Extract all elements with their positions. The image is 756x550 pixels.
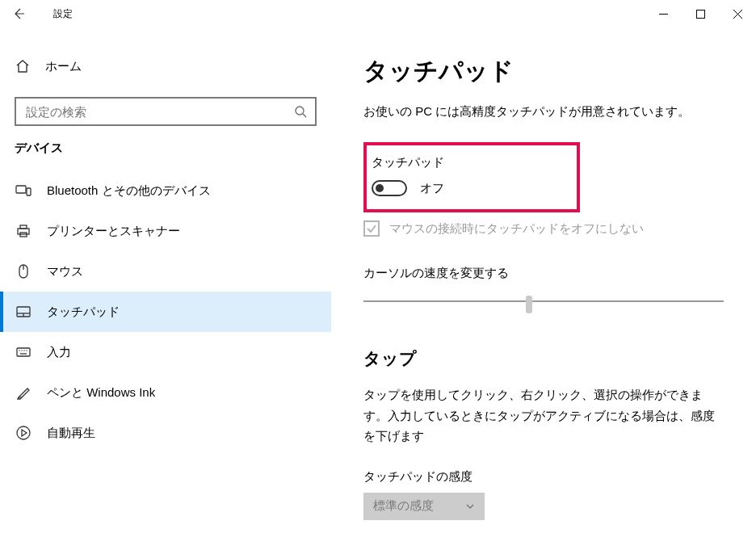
sidebar-item-label: タッチパッド <box>47 304 120 320</box>
svg-point-1 <box>296 107 304 115</box>
sidebar: ホーム デバイス Bluetooth とその他のデバイス プリンターとスキャナー… <box>0 27 331 550</box>
highlight-box: タッチパッド オフ <box>363 142 580 212</box>
leave-on-checkbox-row: マウスの接続時にタッチパッドをオフにしない <box>363 220 724 237</box>
touchpad-toggle[interactable] <box>372 180 407 196</box>
window-title: 設定 <box>53 7 73 21</box>
page-heading: タッチパッド <box>363 55 724 88</box>
devices-icon <box>15 183 32 199</box>
main-panel: タッチパッド お使いの PC には高精度タッチパッドが用意されています。 タッチ… <box>331 27 756 550</box>
check-icon <box>366 223 377 234</box>
sidebar-item-label: 入力 <box>47 345 71 360</box>
sidebar-item-label: マウス <box>47 264 83 279</box>
svg-point-13 <box>19 350 19 351</box>
sensitivity-label: タッチパッドの感度 <box>363 469 724 485</box>
sidebar-item-bluetooth[interactable]: Bluetooth とその他のデバイス <box>0 170 331 211</box>
sidebar-item-printers[interactable]: プリンターとスキャナー <box>0 211 331 251</box>
search-icon <box>294 105 307 118</box>
titlebar: 設定 <box>0 0 756 27</box>
home-nav[interactable]: ホーム <box>0 47 331 86</box>
svg-point-15 <box>23 350 24 351</box>
svg-point-14 <box>21 350 22 351</box>
back-button[interactable] <box>0 0 37 27</box>
cursor-speed-label: カーソルの速度を変更する <box>363 266 724 281</box>
search-field[interactable] <box>24 104 294 120</box>
printer-icon <box>15 223 32 239</box>
sidebar-item-typing[interactable]: 入力 <box>0 332 331 372</box>
home-label: ホーム <box>45 59 82 74</box>
sidebar-item-autoplay[interactable]: 自動再生 <box>0 413 331 453</box>
slider-track <box>363 300 724 302</box>
tap-description: タップを使用してクリック、右クリック、選択の操作ができます。入力しているときにタ… <box>363 384 724 447</box>
page-description: お使いの PC には高精度タッチパッドが用意されています。 <box>363 104 724 120</box>
sidebar-item-pen[interactable]: ペンと Windows Ink <box>0 372 331 413</box>
svg-point-16 <box>26 350 27 351</box>
checkbox-label: マウスの接続時にタッチパッドをオフにしない <box>389 221 644 237</box>
window-controls <box>645 0 756 27</box>
minimize-icon <box>659 10 668 19</box>
keyboard-icon <box>15 344 32 360</box>
svg-point-18 <box>17 426 30 439</box>
toggle-knob <box>376 184 384 192</box>
cursor-speed-slider[interactable] <box>363 292 724 312</box>
slider-thumb[interactable] <box>526 296 532 313</box>
search-input[interactable] <box>15 97 317 126</box>
pen-icon <box>15 384 32 401</box>
content: ホーム デバイス Bluetooth とその他のデバイス プリンターとスキャナー… <box>0 27 756 550</box>
svg-rect-3 <box>27 188 31 195</box>
home-icon <box>15 58 31 74</box>
minimize-button[interactable] <box>645 0 682 27</box>
sidebar-item-label: 自動再生 <box>47 426 95 441</box>
search-wrap <box>15 97 317 126</box>
leave-on-checkbox[interactable] <box>363 220 380 237</box>
sidebar-item-mouse[interactable]: マウス <box>0 251 331 292</box>
sensitivity-dropdown[interactable]: 標準の感度 <box>363 493 485 520</box>
sidebar-item-label: Bluetooth とその他のデバイス <box>47 183 211 199</box>
svg-rect-2 <box>16 186 26 193</box>
maximize-icon <box>696 10 705 19</box>
svg-rect-4 <box>18 229 29 234</box>
sidebar-item-label: ペンと Windows Ink <box>47 385 155 401</box>
maximize-button[interactable] <box>682 0 719 27</box>
svg-rect-0 <box>696 10 704 18</box>
toggle-state-text: オフ <box>420 181 444 196</box>
touchpad-icon <box>15 304 32 320</box>
close-icon <box>733 10 742 19</box>
dropdown-value: 標準の感度 <box>373 498 434 514</box>
toggle-row: オフ <box>372 180 562 196</box>
tap-heading: タップ <box>363 347 724 370</box>
close-button[interactable] <box>719 0 756 27</box>
sidebar-item-label: プリンターとスキャナー <box>47 224 180 239</box>
sidebar-section-label: デバイス <box>0 141 331 170</box>
toggle-section-label: タッチパッド <box>372 155 562 170</box>
chevron-down-icon <box>465 502 475 511</box>
svg-rect-12 <box>17 348 30 356</box>
sidebar-item-touchpad[interactable]: タッチパッド <box>0 292 331 332</box>
svg-rect-5 <box>20 225 27 229</box>
mouse-icon <box>15 263 32 279</box>
back-arrow-icon <box>12 7 25 20</box>
autoplay-icon <box>15 425 32 441</box>
